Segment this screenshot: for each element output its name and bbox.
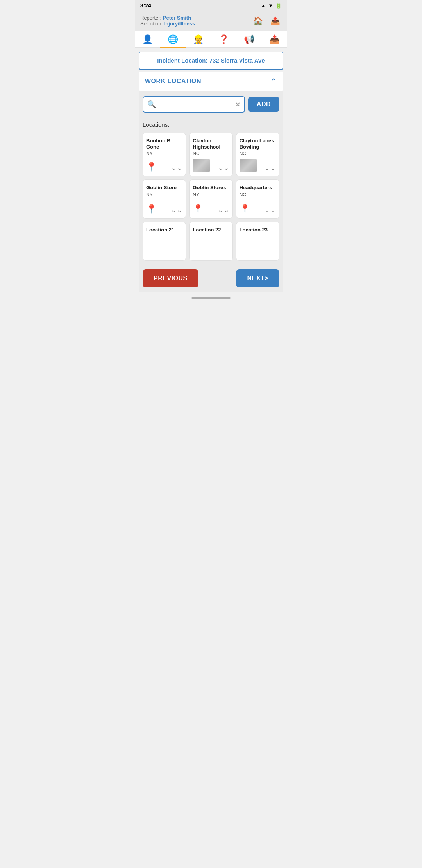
location-card-5[interactable]: Goblin Stores NY 📍 ⌄⌄: [189, 179, 232, 219]
location-card-7[interactable]: Location 21: [143, 222, 186, 261]
location-card-9[interactable]: Location 23: [236, 222, 279, 261]
selection-value: Injury/Illness: [164, 21, 195, 27]
location-card-4[interactable]: Goblin Store NY 📍 ⌄⌄: [143, 179, 186, 219]
location-state-3: NC: [240, 151, 246, 156]
location-name-8: Location 22: [193, 227, 221, 233]
person-icon: 👤: [142, 34, 153, 45]
megaphone-icon: 📢: [244, 34, 254, 45]
location-name-7: Location 21: [146, 227, 174, 233]
tab-globe[interactable]: 🌐: [160, 31, 186, 47]
location-card-2[interactable]: Clayton Highschool NC ⌄⌄: [189, 133, 232, 176]
question-icon: ❓: [218, 34, 229, 45]
locations-grid: Booboo B Gone NY 📍 ⌄⌄ Clayton Highschool…: [139, 130, 283, 265]
expand-icon-4[interactable]: ⌄⌄: [171, 206, 182, 214]
add-button[interactable]: ADD: [248, 97, 279, 112]
location-card-bottom-5: 📍 ⌄⌄: [193, 204, 229, 214]
search-icon: 🔍: [147, 100, 156, 109]
location-image-3: [240, 159, 257, 172]
expand-icon-5[interactable]: ⌄⌄: [218, 206, 229, 214]
locations-label: Locations:: [139, 117, 283, 130]
location-card-3[interactable]: Clayton Lanes Bowling NC ⌄⌄: [236, 133, 279, 176]
location-card-bottom-1: 📍 ⌄⌄: [146, 162, 182, 172]
search-row: 🔍 ✕ ADD: [143, 96, 279, 113]
expand-icon-2[interactable]: ⌄⌄: [218, 163, 229, 172]
location-image-2: [193, 159, 210, 172]
nav-tabs: 👤 🌐 👷 ❓ 📢 📤: [135, 31, 287, 48]
location-name-6: Headquarters: [240, 185, 272, 191]
search-area: 🔍 ✕ ADD: [139, 91, 283, 117]
tab-question[interactable]: ❓: [211, 31, 236, 47]
incident-banner: Incident Location: 732 Sierra Vista Ave: [139, 52, 283, 70]
home-button[interactable]: 🏠: [251, 14, 265, 27]
location-state-6: NC: [240, 192, 246, 197]
location-name-2: Clayton Highschool: [193, 138, 229, 150]
tab-worker[interactable]: 👷: [186, 31, 211, 47]
selection-label: Selection:: [140, 21, 163, 27]
worker-icon: 👷: [193, 34, 204, 45]
phone-bar: [135, 292, 287, 304]
work-location-title: WORK LOCATION: [145, 78, 201, 85]
location-state-1: NY: [146, 151, 153, 156]
upload-icon: 📤: [269, 34, 280, 45]
location-name-9: Location 23: [240, 227, 268, 233]
expand-icon-1[interactable]: ⌄⌄: [171, 163, 182, 172]
location-card-bottom-6: 📍 ⌄⌄: [240, 204, 276, 214]
globe-icon: 🌐: [168, 34, 178, 45]
reporter-row: Reporter: Peter Smith: [140, 15, 195, 21]
status-time: 3:24: [140, 2, 151, 9]
location-state-4: NY: [146, 192, 153, 197]
pin-icon-6: 📍: [240, 204, 250, 214]
signal-icon: ▲: [261, 3, 266, 9]
expand-icon-3[interactable]: ⌄⌄: [264, 163, 276, 172]
expand-icon-6[interactable]: ⌄⌄: [264, 206, 276, 214]
tab-megaphone[interactable]: 📢: [236, 31, 262, 47]
selection-row: Selection: Injury/Illness: [140, 21, 195, 27]
location-name-3: Clayton Lanes Bowling: [240, 138, 276, 150]
location-card-6[interactable]: Headquarters NC 📍 ⌄⌄: [236, 179, 279, 219]
header: Reporter: Peter Smith Selection: Injury/…: [135, 11, 287, 31]
tab-person[interactable]: 👤: [135, 31, 160, 47]
location-name-5: Goblin Stores: [193, 185, 226, 191]
wifi-icon: ▼: [268, 3, 273, 9]
export-button[interactable]: 📤: [268, 14, 282, 27]
location-state-2: NC: [193, 151, 199, 156]
reporter-name: Peter Smith: [163, 15, 191, 21]
header-info: Reporter: Peter Smith Selection: Injury/…: [140, 15, 195, 27]
search-input[interactable]: [158, 101, 235, 108]
location-state-5: NY: [193, 192, 199, 197]
location-card-bottom-4: 📍 ⌄⌄: [146, 204, 182, 214]
pin-icon-4: 📍: [146, 204, 157, 214]
battery-icon: 🔋: [275, 3, 282, 9]
bottom-nav: PREVIOUS NEXT>: [139, 265, 283, 292]
location-name-4: Goblin Store: [146, 185, 177, 191]
reporter-label: Reporter:: [140, 15, 161, 21]
location-name-1: Booboo B Gone: [146, 138, 182, 150]
search-input-wrap: 🔍 ✕: [143, 96, 245, 113]
home-indicator: [191, 297, 231, 299]
pin-icon-1: 📍: [146, 162, 157, 172]
location-card-1[interactable]: Booboo B Gone NY 📍 ⌄⌄: [143, 133, 186, 176]
next-button[interactable]: NEXT>: [236, 269, 279, 287]
status-bar: 3:24 ▲ ▼ 🔋: [135, 0, 287, 11]
location-card-8[interactable]: Location 22: [189, 222, 232, 261]
previous-button[interactable]: PREVIOUS: [143, 269, 198, 287]
incident-location-text: Incident Location: 732 Sierra Vista Ave: [157, 57, 265, 64]
header-icons: 🏠 📤: [251, 14, 282, 27]
pin-icon-5: 📍: [193, 204, 203, 214]
chevron-up-icon: ⌃: [270, 77, 277, 86]
clear-icon[interactable]: ✕: [235, 101, 240, 108]
status-icons: ▲ ▼ 🔋: [261, 3, 282, 9]
work-location-header[interactable]: WORK LOCATION ⌃: [139, 72, 283, 91]
location-card-bottom-2: ⌄⌄: [193, 159, 229, 172]
location-card-bottom-3: ⌄⌄: [240, 159, 276, 172]
tab-upload[interactable]: 📤: [262, 31, 287, 47]
